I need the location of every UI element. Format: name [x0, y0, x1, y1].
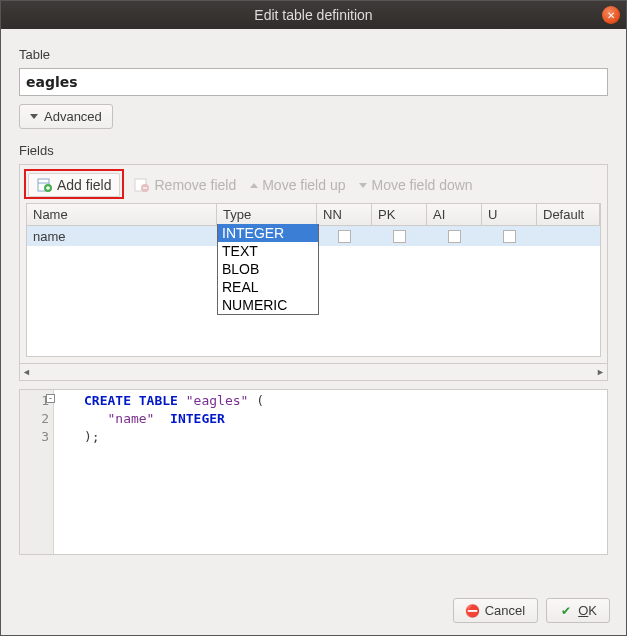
cancel-button[interactable]: ⛔ Cancel [453, 598, 538, 623]
sql-str: "name" [107, 411, 154, 426]
advanced-button[interactable]: Advanced [19, 104, 113, 129]
move-up-label: Move field up [262, 177, 345, 193]
close-icon: ✕ [607, 10, 615, 21]
cell-default[interactable] [537, 226, 600, 246]
col-u[interactable]: U [482, 204, 537, 225]
col-default[interactable]: Default [537, 204, 600, 225]
titlebar: Edit table definition ✕ [1, 1, 626, 29]
move-down-button[interactable]: Move field down [359, 177, 472, 193]
arrow-down-icon [359, 183, 367, 188]
dialog-body: Table Advanced Fields Add field [1, 29, 626, 588]
fields-toolbar: Add field Remove field Move field up Mov… [26, 171, 601, 203]
col-nn[interactable]: NN [317, 204, 372, 225]
grid-header: Name Type NN PK AI U Default [27, 204, 600, 226]
cell-pk[interactable] [372, 226, 427, 246]
add-field-button[interactable]: Add field [28, 173, 120, 197]
cell-nn[interactable] [317, 226, 372, 246]
type-option[interactable]: INTEGER [218, 224, 318, 242]
type-option[interactable]: REAL [218, 278, 318, 296]
sql-text[interactable]: CREATE TABLE "eagles" ( "name" INTEGER )… [54, 390, 268, 554]
window-title: Edit table definition [254, 7, 372, 23]
move-down-label: Move field down [371, 177, 472, 193]
fields-grid: Name Type NN PK AI U Default name INTEGE… [26, 203, 601, 357]
horizontal-scrollbar[interactable]: ◄ ► [19, 364, 608, 381]
ok-icon: ✔ [559, 604, 573, 618]
type-option[interactable]: NUMERIC [218, 296, 318, 314]
table-name-input[interactable] [19, 68, 608, 96]
col-type[interactable]: Type [217, 204, 317, 225]
remove-field-button[interactable]: Remove field [134, 177, 236, 193]
cancel-label: Cancel [485, 603, 525, 618]
cell-ai[interactable] [427, 226, 482, 246]
fold-icon[interactable]: - [46, 394, 55, 403]
remove-field-icon [134, 177, 150, 193]
advanced-label: Advanced [44, 109, 102, 124]
col-pk[interactable]: PK [372, 204, 427, 225]
scroll-left-icon[interactable]: ◄ [22, 367, 31, 377]
checkbox-u[interactable] [503, 230, 516, 243]
line-gutter: 123 - [20, 390, 54, 554]
sql-preview: 123 - CREATE TABLE "eagles" ( "name" INT… [19, 389, 608, 555]
cancel-icon: ⛔ [466, 604, 480, 618]
remove-field-label: Remove field [154, 177, 236, 193]
dialog-buttons: ⛔ Cancel ✔ OK [1, 588, 626, 635]
add-field-icon [37, 177, 53, 193]
type-dropdown[interactable]: INTEGER TEXT BLOB REAL NUMERIC [217, 224, 319, 315]
sql-tail: ( [248, 393, 264, 408]
close-button[interactable]: ✕ [602, 6, 620, 24]
ok-label: OK [578, 603, 597, 618]
chevron-down-icon [30, 114, 38, 119]
sql-close: ); [84, 429, 100, 444]
cell-u[interactable] [482, 226, 537, 246]
checkbox-pk[interactable] [393, 230, 406, 243]
fields-label: Fields [19, 143, 608, 158]
cell-name[interactable]: name [27, 226, 217, 246]
ok-button[interactable]: ✔ OK [546, 598, 610, 623]
dialog-window: Edit table definition ✕ Table Advanced F… [0, 0, 627, 636]
col-ai[interactable]: AI [427, 204, 482, 225]
checkbox-ai[interactable] [448, 230, 461, 243]
col-name[interactable]: Name [27, 204, 217, 225]
scroll-right-icon[interactable]: ► [596, 367, 605, 377]
type-option[interactable]: BLOB [218, 260, 318, 278]
table-label: Table [19, 47, 608, 62]
add-field-label: Add field [57, 177, 111, 193]
arrow-up-icon [250, 183, 258, 188]
fields-panel: Add field Remove field Move field up Mov… [19, 164, 608, 364]
sql-kw: CREATE TABLE [84, 393, 178, 408]
sql-str: "eagles" [186, 393, 249, 408]
move-up-button[interactable]: Move field up [250, 177, 345, 193]
sql-type: INTEGER [170, 411, 225, 426]
checkbox-nn[interactable] [338, 230, 351, 243]
type-option[interactable]: TEXT [218, 242, 318, 260]
